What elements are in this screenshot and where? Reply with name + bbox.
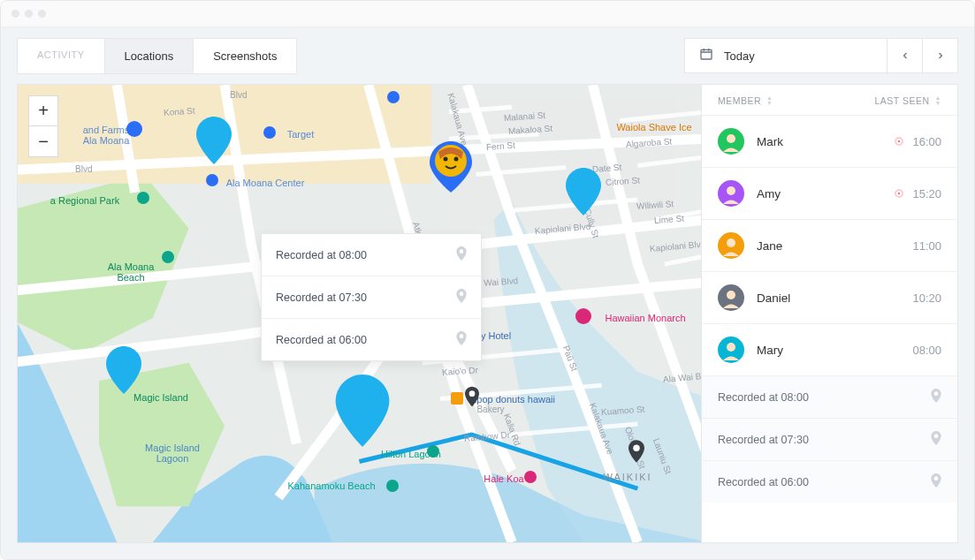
member-row[interactable]: Daniel 10:20	[702, 271, 957, 323]
svg-point-14	[727, 186, 735, 195]
sidebar-record-row[interactable]: Recorded at 08:00	[702, 376, 957, 418]
poi-label: Magic Island	[133, 392, 188, 403]
members-sidebar: MEMBER ▲▼ LAST SEEN ▲▼ Mark 16:00	[702, 84, 958, 543]
avatar	[718, 180, 744, 207]
svg-point-8	[460, 249, 464, 254]
sort-icon: ▲▼	[935, 95, 941, 106]
record-label: Recorded at 08:00	[276, 249, 367, 261]
map-pin-icon[interactable]	[566, 168, 601, 216]
date-prev-button[interactable]	[887, 38, 923, 73]
zoom-in-button[interactable]: +	[29, 96, 57, 126]
records-popup: Recorded at 08:00 Recorded at 07:30 Reco…	[261, 233, 482, 361]
tab-screenshots[interactable]: Screenshots	[194, 39, 296, 73]
svg-point-4	[469, 390, 476, 397]
map[interactable]: Kona St Blvd Blvd Kapiolani Blvd Kapiola…	[17, 84, 702, 543]
map-pin-icon[interactable]	[196, 117, 232, 164]
browser-frame: ACTIVITY Locations Screenshots Today	[0, 0, 975, 560]
zoom-out-button[interactable]: −	[29, 126, 57, 156]
svg-rect-0	[701, 49, 712, 59]
col-member[interactable]: MEMBER ▲▼	[718, 95, 773, 106]
col-lastseen-label: LAST SEEN	[874, 95, 929, 106]
road-label: Blvd	[230, 90, 247, 100]
col-member-label: MEMBER	[718, 95, 761, 106]
poi-label: Waiola Shave Ice	[616, 122, 691, 132]
member-row[interactable]: Mark 16:00	[702, 115, 957, 167]
view-tabs: ACTIVITY Locations Screenshots	[17, 38, 297, 74]
svg-point-16	[727, 238, 735, 247]
member-name: Jane	[757, 239, 782, 253]
sidebar-record-row[interactable]: Recorded at 07:30	[702, 418, 957, 460]
poi-marker-icon	[524, 471, 537, 483]
date-picker[interactable]: Today	[684, 38, 887, 73]
poi-marker-icon	[386, 480, 399, 492]
member-row[interactable]: Jane 11:00	[702, 219, 957, 271]
svg-point-20	[727, 343, 735, 352]
avatar	[718, 337, 744, 363]
sort-icon: ▲▼	[766, 95, 773, 106]
pin-icon	[931, 431, 941, 448]
member-lastseen: 10:20	[912, 291, 941, 305]
poi-label: Bakery	[476, 405, 504, 414]
member-row[interactable]: Amy 15:20	[702, 167, 957, 219]
live-indicator-icon	[895, 137, 903, 146]
sidebar-header: MEMBER ▲▼ LAST SEEN ▲▼	[702, 85, 957, 115]
record-label: Recorded at 06:00	[718, 476, 809, 488]
poi-marker-icon	[137, 192, 149, 204]
date-nav: Today	[684, 38, 958, 73]
pin-icon	[456, 289, 467, 306]
poi-marker-icon	[162, 251, 174, 263]
map-pin-icon[interactable]	[106, 346, 141, 394]
svg-point-12	[727, 134, 735, 143]
road-label: Lime St	[654, 214, 685, 225]
window-dot	[25, 10, 33, 18]
calendar-icon	[699, 47, 713, 64]
topbar: ACTIVITY Locations Screenshots Today	[1, 27, 974, 84]
avatar	[718, 232, 744, 259]
tab-locations[interactable]: Locations	[105, 39, 194, 73]
date-next-button[interactable]	[923, 38, 958, 73]
app-shell: ACTIVITY Locations Screenshots Today	[1, 27, 974, 559]
member-row[interactable]: Mary 08:00	[702, 323, 957, 375]
members-list: Mark 16:00 Amy 15:20 Jane 11:00	[702, 115, 957, 375]
avatar	[718, 128, 744, 155]
record-label: Recorded at 07:30	[718, 434, 809, 446]
poi-label: Hawaiian Monarch	[605, 313, 685, 323]
member-name: Mark	[757, 135, 783, 148]
poi-label: a Regional Park	[50, 195, 119, 206]
window-dot	[38, 10, 46, 18]
member-lastseen: 11:00	[912, 239, 941, 253]
poi-label: Magic Island Lagoon	[145, 443, 200, 464]
record-row[interactable]: Recorded at 07:30	[262, 276, 481, 319]
record-label: Recorded at 06:00	[276, 334, 367, 346]
poi-marker-icon	[263, 126, 276, 139]
poi-marker-icon	[575, 308, 591, 324]
member-name: Amy	[757, 187, 781, 201]
col-lastseen[interactable]: LAST SEEN ▲▼	[874, 95, 941, 106]
pin-icon	[456, 331, 467, 348]
member-lastseen: 16:00	[912, 135, 941, 148]
poi-label: Target	[287, 129, 315, 140]
poi-label: Hale Koa	[484, 473, 523, 484]
poi-marker-icon	[206, 174, 218, 186]
member-name: Mary	[757, 344, 783, 357]
tab-activity[interactable]: ACTIVITY	[18, 39, 105, 73]
record-row[interactable]: Recorded at 06:00	[262, 319, 481, 360]
poi-label: Ala Moana Center	[226, 178, 305, 188]
sidebar-record-row[interactable]: Recorded at 06:00	[702, 460, 957, 503]
live-indicator-icon	[895, 189, 903, 198]
member-location-pin[interactable]	[430, 141, 472, 196]
poi-label: and Farms Ala Moana	[83, 125, 130, 146]
svg-point-10	[460, 334, 464, 338]
svg-point-21	[934, 391, 939, 396]
member-name: Daniel	[757, 291, 790, 305]
sidebar-records: Recorded at 08:00 Recorded at 07:30 Reco…	[702, 375, 957, 503]
record-row[interactable]: Recorded at 08:00	[262, 234, 481, 276]
date-label: Today	[724, 49, 755, 63]
window-dot	[11, 10, 19, 18]
map-pin-icon[interactable]	[335, 375, 390, 447]
svg-point-22	[934, 434, 939, 438]
svg-point-18	[727, 291, 735, 299]
poi-label: Kahanamoku Beach	[287, 481, 375, 491]
browser-titlebar	[1, 1, 974, 27]
pin-icon	[456, 246, 467, 263]
